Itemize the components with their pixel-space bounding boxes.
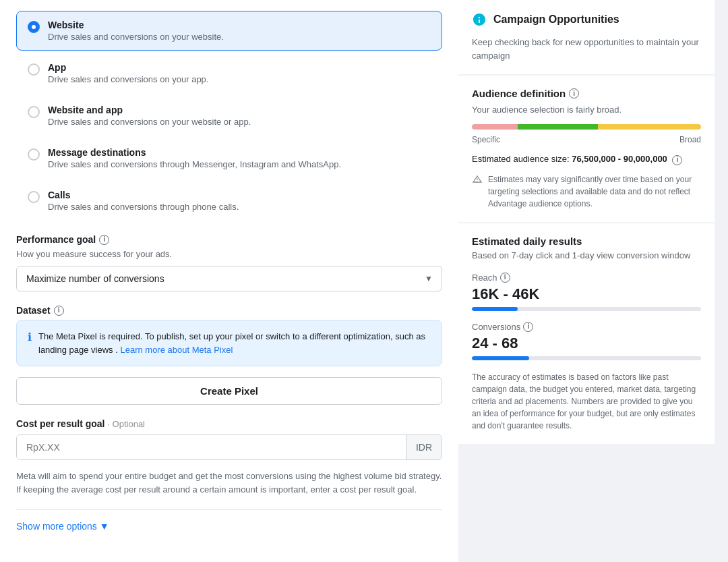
learn-more-link[interactable]: Learn more about Meta Pixel — [120, 345, 233, 355]
reach-bar — [472, 307, 701, 311]
conversion-options: Website Drive sales and conversions on y… — [16, 11, 442, 221]
option-app-title: App — [48, 62, 208, 73]
accuracy-note: The accuracy of estimates is based on fa… — [472, 371, 701, 432]
conversions-bar — [472, 356, 701, 360]
estimated-audience-size: Estimated audience size: 76,500,000 - 90… — [472, 154, 701, 165]
cost-optional-label: · Optional — [107, 419, 145, 429]
campaign-icon — [472, 12, 487, 30]
radio-message-destinations — [28, 148, 40, 161]
dataset-info-text: The Meta Pixel is required. To publish, … — [38, 330, 431, 356]
audience-definition-desc: Your audience selection is fairly broad. — [472, 105, 701, 115]
cost-per-result-label: Cost per result goal · Optional — [16, 418, 442, 429]
dataset-info-box: ℹ The Meta Pixel is required. To publish… — [16, 320, 442, 366]
dataset-label: Dataset i — [16, 305, 442, 316]
chevron-down-icon: ▼ — [100, 521, 109, 532]
estimate-note: Estimates may vary significantly over ti… — [472, 173, 701, 210]
audience-bar — [472, 124, 701, 130]
main-panel: Website Drive sales and conversions on y… — [0, 0, 458, 562]
estimate-note-icon — [472, 174, 483, 188]
radio-calls — [28, 191, 40, 203]
estimated-daily-results-title: Estimated daily results — [472, 235, 701, 247]
option-website-app-title: Website and app — [48, 105, 251, 115]
svg-point-1 — [477, 180, 477, 181]
option-calls-desc: Drive sales and conversions through phon… — [48, 202, 239, 212]
reach-value: 16K - 46K — [472, 285, 701, 303]
performance-goal-label: Performance goal i — [16, 234, 442, 245]
reach-info-icon[interactable]: i — [500, 273, 510, 283]
performance-goal-dropdown-wrapper: Maximize number of conversions Maximize … — [16, 266, 442, 291]
dataset-info-icon[interactable]: i — [54, 306, 64, 316]
campaign-opportunities-desc: Keep checking back for new opportunities… — [472, 36, 701, 62]
option-website-desc: Drive sales and conversions on your webs… — [48, 32, 224, 42]
option-message-title: Message destinations — [48, 147, 341, 158]
radio-app — [28, 63, 40, 76]
conversions-info-icon[interactable]: i — [523, 322, 533, 332]
radio-website — [28, 21, 40, 33]
create-pixel-button[interactable]: Create Pixel — [16, 377, 442, 405]
performance-goal-sublabel: How you measure success for your ads. — [16, 249, 442, 259]
audience-bar-yellow — [598, 124, 701, 130]
option-calls[interactable]: Calls Drive sales and conversions throug… — [16, 181, 442, 221]
cost-currency-label: IDR — [406, 435, 442, 459]
audience-bar-red — [472, 124, 518, 130]
cost-per-result-input[interactable] — [17, 435, 406, 459]
campaign-opportunities-header: Campaign Opportunities — [472, 12, 701, 30]
cost-input-wrapper: IDR — [16, 434, 442, 460]
option-calls-title: Calls — [48, 190, 239, 200]
conversions-bar-fill — [472, 356, 529, 360]
option-app-desc: Drive sales and conversions on your app. — [48, 74, 208, 84]
reach-bar-fill — [472, 307, 518, 311]
dataset-info-circle-icon: ℹ — [28, 331, 32, 343]
estimated-daily-results-subtitle: Based on 7-day click and 1-day view conv… — [472, 250, 701, 262]
performance-goal-select[interactable]: Maximize number of conversions Maximize … — [16, 266, 442, 291]
audience-definition-info-icon[interactable]: i — [569, 88, 579, 99]
option-website-app-desc: Drive sales and conversions on your webs… — [48, 117, 251, 127]
dataset-section: Dataset i ℹ The Meta Pixel is required. … — [16, 305, 442, 418]
radio-website-app — [28, 106, 40, 118]
audience-definition-section: Audience definition i Your audience sele… — [458, 76, 715, 222]
estimated-daily-results-section: Estimated daily results Based on 7-day c… — [458, 223, 715, 444]
show-more-label: Show more options — [16, 521, 97, 532]
campaign-opportunities-title: Campaign Opportunities — [493, 13, 619, 26]
cost-per-result-section: Cost per result goal · Optional IDR Meta… — [16, 418, 442, 496]
broad-label: Broad — [679, 135, 701, 144]
audience-bar-labels: Specific Broad — [472, 135, 701, 144]
show-more-options[interactable]: Show more options ▼ — [16, 521, 442, 532]
option-website-title: Website — [48, 20, 224, 30]
estimate-note-text: Estimates may vary significantly over ti… — [488, 173, 701, 210]
conversions-value: 24 - 68 — [472, 335, 701, 352]
conversions-label: Conversions i — [472, 322, 701, 332]
performance-goal-section: Performance goal i How you measure succe… — [16, 234, 442, 291]
option-message-desc: Drive sales and conversions through Mess… — [48, 159, 341, 169]
option-app[interactable]: App Drive sales and conversions on your … — [16, 53, 442, 93]
est-audience-info-icon[interactable]: i — [672, 155, 682, 165]
option-website[interactable]: Website Drive sales and conversions on y… — [16, 11, 442, 51]
side-panel: Campaign Opportunities Keep checking bac… — [458, 0, 715, 562]
option-message-destinations[interactable]: Message destinations Drive sales and con… — [16, 138, 442, 178]
audience-bar-green — [518, 124, 598, 130]
reach-label: Reach i — [472, 273, 701, 283]
divider — [16, 509, 442, 510]
cost-per-result-desc: Meta will aim to spend your entire budge… — [16, 470, 442, 496]
performance-goal-info-icon[interactable]: i — [99, 235, 109, 245]
specific-label: Specific — [472, 135, 500, 144]
audience-definition-title: Audience definition i — [472, 88, 701, 99]
option-website-app[interactable]: Website and app Drive sales and conversi… — [16, 96, 442, 136]
campaign-opportunities-section: Campaign Opportunities Keep checking bac… — [458, 0, 715, 74]
